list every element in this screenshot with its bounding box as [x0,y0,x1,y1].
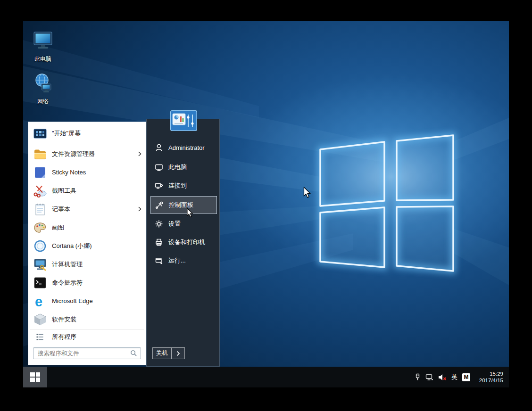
safely-remove-hardware-icon[interactable] [415,373,421,381]
start-menu-left-panel: "开始"屏幕 文件资源管理器 [28,122,146,365]
start-menu-item-command-prompt[interactable]: 命令提示符 [30,273,144,292]
start-menu-item-notepad[interactable]: 记事本 [30,200,144,218]
desktop-icon-label: 此电脑 [34,55,51,63]
search-input[interactable] [37,350,130,357]
start-menu-item-label: Microsoft Edge [52,297,93,304]
administrator-user-icon [154,143,164,152]
start-menu-item-computer-management[interactable]: 计算机管理 [30,255,144,273]
shutdown-button[interactable]: 关机 [152,347,172,359]
start-menu: Administrator 此电脑 连接到 [28,119,220,367]
system-tray: 英 M 15:29 2017/4/15 [415,367,503,387]
all-programs-icon [33,329,48,345]
start-menu-item-devices-printers[interactable]: 设备和打印机 [150,234,217,251]
start-menu-item-label: Cortana (小娜) [52,242,92,250]
search-box[interactable] [33,347,141,359]
command-prompt-icon [33,275,48,290]
separator [30,144,144,144]
start-menu-item-administrator[interactable]: Administrator [150,139,217,156]
clock-time: 15:29 [475,370,503,377]
start-menu-item-cortana[interactable]: Cortana (小娜) [30,237,144,255]
submenu-arrow-icon [138,206,141,212]
start-menu-item-snipping-tool[interactable]: 截图工具 [30,181,144,200]
start-menu-item-label: 此电脑 [168,163,187,172]
cortana-icon [33,238,48,254]
start-menu-item-label: 命令提示符 [52,279,83,287]
ime-language-indicator[interactable]: 英 [451,373,457,381]
network-status-icon[interactable] [425,374,433,381]
start-menu-item-sticky-notes[interactable]: Sticky Notes [30,163,144,181]
start-menu-item-label: 记事本 [52,205,70,214]
red-x-badge [444,378,446,380]
start-screen-icon [33,126,48,141]
ime-mode-badge[interactable]: M [462,373,470,381]
clock-date: 2017/4/15 [475,377,503,384]
screen: 此电脑 网络 [0,0,532,411]
network-icon [32,70,54,97]
desktop-icon-this-pc[interactable]: 此电脑 [28,28,58,63]
volume-muted-icon[interactable] [438,374,447,381]
edge-icon: e [33,294,48,309]
paint-icon [33,220,48,235]
start-menu-item-label: Administrator [168,144,205,151]
submenu-arrow-icon [138,151,141,156]
control-panel-preview-icon [170,110,197,131]
taskbar: 英 M 15:29 2017/4/15 [23,367,509,387]
shutdown-label: 关机 [156,349,168,357]
this-pc-icon [32,28,54,54]
settings-gear-icon [154,219,164,229]
windows-logo-icon [30,372,40,382]
connect-to-icon [154,181,164,190]
start-menu-item-paint[interactable]: 画图 [30,218,144,237]
file-explorer-icon [33,147,48,162]
start-menu-item-label: 截图工具 [52,187,76,195]
software-install-icon [33,312,48,327]
desktop-icon-network[interactable]: 网络 [28,70,58,106]
notepad-icon [33,202,48,217]
start-button[interactable] [23,367,47,387]
start-menu-right-panel: Administrator 此电脑 连接到 [146,119,220,367]
start-menu-item-label: 文件资源管理器 [52,150,95,158]
this-pc-small-icon [154,163,164,172]
start-menu-item-label: 所有程序 [52,333,76,341]
start-menu-item-label: 控制面板 [169,201,193,209]
svg-text:e: e [35,294,42,309]
start-menu-item-control-panel[interactable]: 控制面板 [150,196,217,214]
start-menu-item-file-explorer[interactable]: 文件资源管理器 [30,145,144,163]
start-menu-item-label: 软件安装 [52,315,76,324]
devices-printers-icon [154,238,164,247]
desktop-icon-label: 网络 [37,98,49,106]
start-menu-item-connect-to[interactable]: 连接到 [150,177,217,194]
start-menu-item-all-programs[interactable]: 所有程序 [30,330,144,344]
start-menu-item-start-screen[interactable]: "开始"屏幕 [30,124,144,143]
shutdown-arrow-icon [176,351,180,356]
start-menu-item-label: 运行... [168,256,186,265]
start-menu-item-label: 计算机管理 [52,260,83,269]
start-menu-item-label: 设置 [168,220,181,228]
control-panel-icon [155,200,164,210]
search-icon[interactable] [130,350,137,357]
start-menu-item-microsoft-edge[interactable]: e Microsoft Edge [30,292,144,310]
start-menu-item-label: "开始"屏幕 [52,129,81,138]
start-menu-item-run[interactable]: 运行... [150,252,217,269]
start-menu-item-label: 设备和打印机 [168,238,205,247]
taskbar-clock[interactable]: 15:29 2017/4/15 [475,370,503,384]
shutdown-options-button[interactable] [172,347,185,359]
start-menu-item-software-install[interactable]: 软件安装 [30,310,144,329]
start-menu-item-this-pc[interactable]: 此电脑 [150,159,217,176]
start-menu-item-label: 连接到 [168,181,187,190]
snipping-tool-icon [33,183,48,198]
desktop: 此电脑 网络 [23,21,509,387]
run-icon [154,256,164,265]
computer-management-icon [33,257,48,272]
start-menu-item-label: 画图 [52,223,64,232]
start-menu-item-label: Sticky Notes [52,169,86,176]
start-menu-item-settings[interactable]: 设置 [150,215,217,232]
sticky-notes-icon [33,165,48,180]
